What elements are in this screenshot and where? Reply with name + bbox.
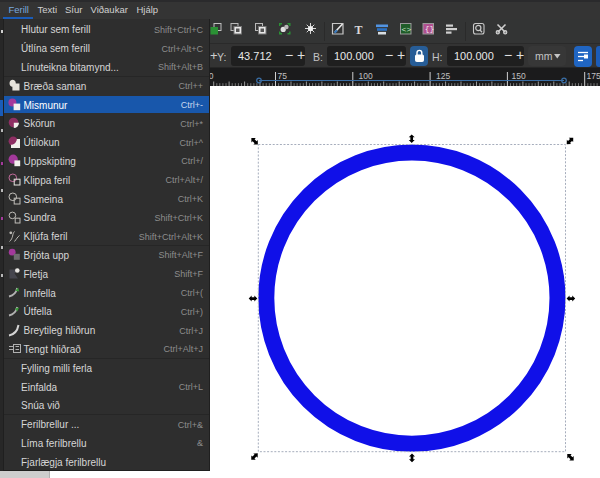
svg-text:{}: {} — [425, 24, 435, 33]
svg-text:175: 175 — [587, 71, 600, 81]
svg-text:150: 150 — [512, 71, 526, 81]
svg-text:T: T — [355, 23, 363, 37]
svg-text:<>: <> — [402, 25, 412, 34]
svg-text:125: 125 — [436, 71, 450, 81]
svg-text:75: 75 — [278, 71, 288, 81]
svg-text:100: 100 — [359, 71, 373, 81]
